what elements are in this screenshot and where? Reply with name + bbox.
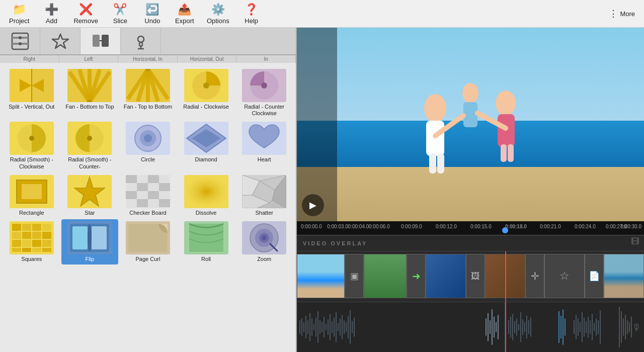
undo-button[interactable]: ↩️ Undo	[137, 1, 168, 27]
audio-mic-icon[interactable]: 🎙	[632, 322, 641, 332]
transition-shatter[interactable]: Shatter	[235, 173, 293, 218]
svg-rect-128	[508, 144, 514, 162]
more-button[interactable]: ⋮ More	[604, 6, 640, 21]
svg-rect-68	[148, 191, 159, 199]
track-area: ▣ ➜ 🖼	[297, 251, 644, 302]
transition-flip[interactable]: Flip	[61, 219, 119, 265]
time-mark-0: 0:00:00.0	[301, 224, 322, 229]
transition-heart[interactable]: Heart	[235, 120, 293, 171]
transition-rectangle[interactable]: Rectangle	[3, 173, 60, 218]
svg-rect-144	[330, 314, 331, 340]
svg-rect-135	[311, 318, 312, 335]
svg-rect-189	[590, 320, 591, 334]
tab-effects[interactable]	[0, 28, 40, 54]
transition-fan-top-bottom[interactable]: Fan - Top to Bottom	[119, 67, 177, 119]
tab-favorites[interactable]	[40, 28, 80, 54]
svg-rect-94	[12, 240, 21, 247]
transition-diamond[interactable]: Diamond	[178, 120, 235, 171]
svg-rect-195	[619, 307, 620, 347]
transition-radial-counter[interactable]: Radial - Counter Clockwise	[235, 67, 293, 119]
clip-6[interactable]	[604, 254, 644, 298]
svg-rect-54	[22, 184, 42, 199]
svg-point-115	[262, 235, 267, 240]
svg-rect-198	[625, 315, 626, 339]
transition-3[interactable]: 🖼	[466, 254, 485, 298]
transition-radial-smooth-counter[interactable]: Radial (Smooth) - Counter-	[61, 120, 119, 171]
transition-radial-cw[interactable]: Radial - Clockwise	[178, 67, 235, 119]
help-label: Help	[245, 17, 258, 25]
clip-3[interactable]	[426, 254, 466, 298]
project-button[interactable]: 📁 Project	[4, 1, 34, 27]
svg-rect-197	[623, 318, 624, 335]
svg-rect-65	[159, 183, 170, 191]
playhead-marker[interactable]	[502, 227, 508, 233]
transition-label: Zoom	[257, 256, 271, 262]
transition-dissolve[interactable]: Dissolve	[178, 173, 235, 218]
svg-rect-75	[184, 175, 228, 208]
svg-rect-157	[486, 318, 487, 335]
svg-rect-186	[584, 318, 585, 337]
export-label: Export	[175, 17, 194, 25]
toolbar: 📁 Project ➕ Add ❌ Remove ✂️ Slice ↩️ Und…	[0, 0, 644, 28]
transition-fan-bottom-top[interactable]: Fan - Bottom to Top	[61, 67, 119, 119]
transition-circle[interactable]: Circle	[119, 120, 177, 171]
svg-rect-6	[93, 35, 100, 47]
label-right: Right	[0, 55, 59, 63]
tab-audio[interactable]	[121, 28, 161, 54]
clip-1[interactable]	[297, 254, 345, 298]
transition-page-curl[interactable]: Page Curl	[119, 219, 177, 265]
transition-1[interactable]: ▣	[345, 254, 364, 298]
transition-5[interactable]: 📄	[585, 254, 604, 298]
svg-rect-130	[301, 318, 302, 335]
add-label: Add	[46, 17, 57, 25]
transition-split-vertical-out[interactable]: Split - Vertical, Out	[3, 67, 60, 119]
transition-radial-smooth-cw[interactable]: Radial (Smooth) - Clockwise	[3, 120, 60, 171]
play-button[interactable]: ▶	[302, 194, 324, 216]
transition-roll[interactable]: Roll	[178, 219, 235, 265]
transition-checker-board[interactable]: Checker Board	[119, 173, 177, 218]
svg-rect-100	[32, 248, 41, 252]
svg-rect-141	[324, 317, 325, 337]
svg-rect-196	[621, 311, 622, 343]
clip-2[interactable]	[364, 254, 407, 298]
svg-rect-99	[22, 248, 31, 252]
svg-rect-199	[627, 320, 628, 334]
svg-rect-118	[426, 121, 444, 156]
svg-rect-87	[22, 224, 31, 231]
plus-icon: ✛	[531, 270, 539, 282]
transitions-panel: Split - Vertical, Out	[0, 63, 296, 352]
options-button[interactable]: ⚙️ Options	[202, 1, 234, 27]
transition-zoom[interactable]: Zoom	[235, 219, 293, 265]
svg-rect-143	[328, 319, 329, 335]
svg-marker-5	[52, 34, 68, 48]
slice-button[interactable]: ✂️ Slice	[105, 1, 135, 27]
transition-2[interactable]: ➜	[407, 254, 426, 298]
svg-point-9	[138, 36, 144, 42]
export-button[interactable]: 📤 Export	[170, 1, 200, 27]
svg-rect-151	[344, 320, 345, 334]
label-in: In	[236, 55, 296, 63]
transition-squares[interactable]: Squares	[3, 219, 60, 265]
remove-button[interactable]: ❌ Remove	[68, 1, 103, 27]
add-button[interactable]: ➕ Add	[36, 1, 66, 27]
svg-rect-98	[12, 248, 21, 252]
svg-point-121	[462, 83, 478, 103]
svg-rect-153	[348, 316, 349, 338]
svg-rect-96	[32, 240, 41, 247]
svg-rect-145	[332, 321, 333, 333]
tab-transitions[interactable]	[80, 28, 121, 54]
transition-label: Roll	[201, 256, 211, 262]
svg-rect-93	[42, 232, 51, 239]
clip-5[interactable]: ☆	[544, 254, 585, 298]
svg-rect-183	[578, 318, 579, 335]
svg-rect-136	[313, 324, 314, 330]
audio-playhead	[505, 302, 506, 352]
help-button[interactable]: ❓ Help	[236, 1, 267, 27]
transition-star[interactable]: Star	[61, 173, 119, 218]
svg-rect-97	[42, 240, 51, 247]
svg-rect-129	[299, 320, 300, 334]
transition-label: Radial (Smooth) - Clockwise	[4, 156, 59, 169]
svg-rect-73	[159, 199, 170, 207]
svg-rect-172	[522, 319, 523, 335]
transition-4[interactable]: ✛	[525, 254, 544, 298]
